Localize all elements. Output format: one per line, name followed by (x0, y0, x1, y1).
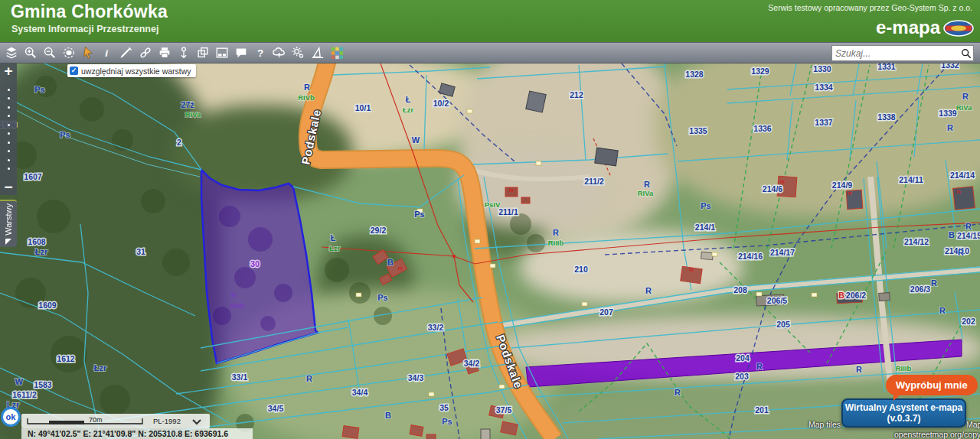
parcel-label: 207 (599, 307, 613, 317)
parcel-label: 212 (570, 90, 583, 99)
parcel-label: 214/17 (770, 248, 795, 257)
page-subtitle: System Informacji Przestrzennej (11, 24, 158, 34)
parcel-label: W (15, 377, 24, 386)
zoom-slider[interactable] (8, 79, 10, 180)
service-note: Serwis testowy opracowany przez Geo-Syst… (768, 3, 972, 12)
parcel-label: 205 (776, 320, 790, 329)
assistant-try-bubble[interactable]: Wypróbuj mnie (886, 375, 978, 395)
scale-value: 70m (89, 416, 103, 424)
app-window: Gmina Chorkówka System Informacji Przest… (0, 0, 980, 439)
parcel-label: 1612 (57, 354, 75, 363)
zoom-in-icon[interactable] (22, 44, 38, 61)
map-attribution-fragment: Map (966, 420, 980, 429)
parcel-label: 211/1 (498, 207, 518, 216)
search-box (831, 45, 974, 61)
parcel-label: R (231, 291, 237, 299)
geo-system-logo-icon (943, 20, 974, 40)
parcel-label: m (780, 179, 785, 184)
chevron-down-icon[interactable] (193, 420, 201, 424)
osm-copyright-link[interactable]: openstreetmap.org/copyright (894, 430, 980, 439)
measure-icon[interactable] (118, 44, 134, 61)
parcel-label: m (689, 267, 694, 272)
parcel-label: 33/1 (232, 372, 248, 382)
parcel-label: 1611/2 (12, 390, 37, 399)
zoom-out-button[interactable]: − (4, 180, 12, 195)
checkbox-checked-icon[interactable]: ✓ (70, 67, 78, 75)
link-icon[interactable] (137, 44, 153, 61)
settings-gears-icon[interactable] (290, 44, 306, 61)
parcel-label: RIVb (298, 93, 315, 102)
parcel-label: R (675, 388, 681, 397)
legend-grid-icon[interactable] (328, 44, 345, 61)
parcel-label: RIIIb (896, 364, 912, 372)
parcel-label: B (385, 411, 391, 420)
copy-icon[interactable] (194, 44, 211, 61)
parcel-label: 33/2 (428, 323, 444, 332)
parcel-label: 206/5 (767, 296, 787, 305)
parcel-label: 1338 (877, 112, 896, 122)
parcel-label: 1336 (753, 124, 772, 133)
parcel-label: 1335 (689, 126, 707, 135)
checkbox-label: uwzględniaj wszystkie warstwy (81, 67, 191, 76)
parcel-label: 206/2 (846, 291, 866, 300)
parcel-label: R (553, 228, 559, 237)
zoom-out-icon[interactable] (41, 44, 57, 61)
parcel-label: 214/1 (695, 223, 715, 232)
parcel-label: 1332 (941, 63, 959, 70)
assistant-version: (v.0.3.7) (843, 413, 965, 424)
parcel-label: 1609 (38, 301, 57, 310)
parcel-label: 214/15 (957, 231, 980, 240)
parcel-label: 214/16 (738, 252, 763, 261)
parcel-label: R (939, 306, 946, 315)
ok-button[interactable]: ok (1, 407, 21, 427)
coordinates-text: N: 49°41'02.5" E: 21°41'09.8" N: 205310.… (21, 429, 228, 438)
parcel-label: 34/2 (464, 359, 480, 368)
parcel-label: Łzr (329, 244, 341, 252)
parcel-label: 10/1 (355, 103, 371, 112)
parcel-label: 27ż (181, 100, 194, 109)
map-viewport[interactable]: 1606PsPs160727żRIVa2RRIVb10/1ŁŁzr10/2W21… (0, 63, 980, 439)
parcel-label: 30 (250, 259, 260, 268)
layers-icon[interactable] (3, 44, 19, 61)
select-area-icon[interactable] (60, 44, 77, 61)
parcel-label: 1337 (815, 118, 833, 127)
parcel-label: 214/12 (904, 237, 929, 246)
parcel-label: R (645, 286, 652, 295)
parcel-label: 214/9 (832, 180, 852, 190)
parcel-label: 1583 (34, 380, 52, 389)
parcel-label: 214/14 (950, 171, 975, 180)
parcel-label: Ps (414, 210, 424, 219)
map-attribution: Map tiles (808, 420, 841, 429)
parcel-label: B (387, 258, 394, 267)
parcel-label: 1329 (751, 67, 769, 76)
parcel-label: 1607 (24, 172, 42, 181)
info-icon[interactable]: i (99, 44, 115, 61)
print-icon[interactable] (156, 44, 172, 61)
pointer-icon[interactable] (80, 44, 96, 61)
parcel-label: 1328 (685, 70, 704, 79)
virtual-assistant-button[interactable]: Wirtualny Asystent e-mapa (v.0.3.7) (841, 398, 966, 428)
parcel-label: R (856, 365, 862, 374)
parcel-label: PsIV (485, 200, 501, 209)
parcel-label: RIIIb (230, 302, 245, 310)
panels-icon[interactable] (214, 44, 230, 61)
level-icon[interactable] (309, 44, 325, 61)
parcel-label: Łzr (94, 363, 107, 372)
cloud-upload-icon[interactable] (271, 44, 287, 61)
tab-arrow-icon (5, 239, 11, 245)
layers-tab-label: Warstwy (4, 203, 13, 236)
parcel-label: 37/5 (496, 405, 512, 415)
parcel-label: 34/5 (268, 404, 284, 413)
scale-widget[interactable]: 70m PL-1992 (21, 414, 210, 428)
pin-icon[interactable] (175, 44, 191, 61)
parcel-label: 1608 (28, 237, 46, 246)
layers-panel-tab[interactable]: Warstwy (0, 200, 17, 247)
page-title: Gmina Chorkówka (11, 2, 168, 22)
parcel-label: 35 (439, 403, 449, 412)
comment-icon[interactable] (233, 44, 249, 61)
search-icon[interactable] (959, 46, 973, 61)
search-input[interactable] (832, 47, 959, 60)
zoom-in-button[interactable]: + (4, 63, 12, 79)
all-layers-checkbox[interactable]: ✓ uwzględniaj wszystkie warstwy (67, 64, 196, 77)
help-icon[interactable]: ? (252, 44, 268, 61)
